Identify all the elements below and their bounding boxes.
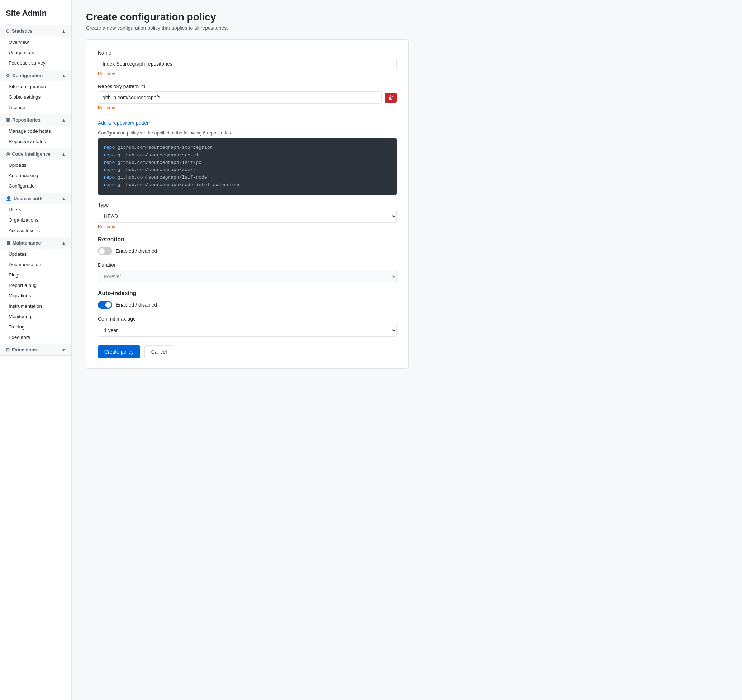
form-card: Name Required. Repository pattern #1 🗑 R… xyxy=(86,40,409,368)
sidebar-section-header-statistics[interactable]: ⊙ Statistics ▲ xyxy=(0,25,71,37)
auto-indexing-group: Auto-indexing Enabled / disabled xyxy=(98,290,397,309)
sidebar-section-header-configuration[interactable]: ⚙ Configuration ▲ xyxy=(0,69,71,81)
sidebar-item-updates[interactable]: Updates xyxy=(0,249,71,259)
retention-toggle[interactable] xyxy=(98,247,112,255)
retention-heading: Retention xyxy=(98,236,397,243)
sidebar-item-repository-status[interactable]: Repository status xyxy=(0,136,71,147)
sidebar-section-repositories: ▣ Repositories ▲ Manage code hosts Repos… xyxy=(0,114,71,147)
configuration-chevron-icon: ▲ xyxy=(62,74,66,78)
name-field-group: Name Required. xyxy=(98,50,397,77)
sidebar-item-overview[interactable]: Overview xyxy=(0,37,71,47)
page-title: Create configuration policy xyxy=(86,12,728,23)
create-policy-button[interactable]: Create policy xyxy=(98,345,140,358)
repo-keyword-6: repo: xyxy=(104,182,118,187)
maintenance-icon: 🖥 xyxy=(6,240,10,246)
auto-indexing-toggle-label: Enabled / disabled xyxy=(116,302,157,308)
repo-line-3: repo:github.com/sourcegraph/lsif-go xyxy=(104,159,391,167)
type-required-text: Required. xyxy=(98,224,397,229)
add-repository-pattern-link[interactable]: Add a repository pattern xyxy=(98,120,151,126)
sidebar-item-license[interactable]: License xyxy=(0,102,71,113)
duration-label: Duration xyxy=(98,262,397,268)
sidebar-item-executors[interactable]: Executors xyxy=(0,332,71,342)
extensions-icon: ⊞ xyxy=(6,347,10,352)
repos-code-block: repo:github.com/sourcegraph/sourcegraph … xyxy=(98,139,397,195)
sidebar-item-monitoring[interactable]: Monitoring xyxy=(0,311,71,322)
sidebar-item-auto-indexing[interactable]: Auto-indexing xyxy=(0,170,71,181)
cancel-button[interactable]: Cancel xyxy=(144,345,174,358)
sidebar-item-usage-stats[interactable]: Usage stats xyxy=(0,47,71,58)
page-subtitle: Create a new configuration policy that a… xyxy=(86,25,728,31)
code-intelligence-chevron-icon: ▲ xyxy=(62,152,66,156)
repo-line-5: repo:github.com/sourcegraph/lsif-node xyxy=(104,174,391,181)
extensions-chevron-icon: ▼ xyxy=(62,348,66,352)
action-buttons: Create policy Cancel xyxy=(98,345,397,358)
sidebar-item-report-a-bug[interactable]: Report a bug xyxy=(0,280,71,290)
sidebar-section-code-intelligence: ◎ Code intelligence ▲ Uploads Auto-index… xyxy=(0,148,71,191)
duration-field-group: Duration Forever 1 year 6 months 3 month… xyxy=(98,262,397,283)
statistics-icon: ⊙ xyxy=(6,28,10,34)
code-intelligence-icon: ◎ xyxy=(6,151,10,157)
commit-max-age-group: Commit max age 1 year 6 months 3 months … xyxy=(98,316,397,337)
duration-select[interactable]: Forever 1 year 6 months 3 months 1 month… xyxy=(98,270,397,283)
sidebar-section-header-extensions[interactable]: ⊞ Extensions ▼ xyxy=(0,344,71,356)
sidebar-item-configuration[interactable]: Configuration xyxy=(0,181,71,191)
auto-indexing-heading: Auto-indexing xyxy=(98,290,397,296)
repo-line-6: repo:github.com/sourcegraph/code-intel-e… xyxy=(104,181,391,189)
repo-line-2: repo:github.com/sourcegraph/src-cli xyxy=(104,152,391,159)
repo-keyword-4: repo: xyxy=(104,167,118,172)
main-content: Create configuration policy Create a new… xyxy=(72,0,742,700)
sidebar-section-header-code-intelligence[interactable]: ◎ Code intelligence ▲ xyxy=(0,148,71,160)
configuration-icon: ⚙ xyxy=(6,73,10,78)
repo-line-1: repo:github.com/sourcegraph/sourcegraph xyxy=(104,144,391,152)
statistics-label: Statistics xyxy=(12,28,32,34)
auto-indexing-toggle[interactable] xyxy=(98,301,112,309)
sidebar: Site Admin ⊙ Statistics ▲ Overview Usage… xyxy=(0,0,72,700)
repositories-icon: ▣ xyxy=(6,117,10,123)
retention-toggle-row: Enabled / disabled xyxy=(98,247,397,255)
sidebar-item-pings[interactable]: Pings xyxy=(0,270,71,280)
sidebar-section-users-auth: 👤 Users & auth ▲ Users Organizations Acc… xyxy=(0,193,71,236)
statistics-chevron-icon: ▲ xyxy=(62,29,66,33)
pattern-field-group: Repository pattern #1 🗑 Required. xyxy=(98,84,397,110)
repo-keyword-5: repo: xyxy=(104,175,118,180)
retention-toggle-label: Enabled / disabled xyxy=(116,248,157,254)
users-auth-chevron-icon: ▲ xyxy=(62,196,66,201)
commit-max-age-select[interactable]: 1 year 6 months 3 months 1 month 1 week … xyxy=(98,324,397,337)
trash-icon: 🗑 xyxy=(388,95,393,100)
extensions-label: Extensions xyxy=(12,347,37,352)
sidebar-item-feedback-survey[interactable]: Feedback survey xyxy=(0,58,71,68)
name-input[interactable] xyxy=(98,58,397,70)
delete-pattern-button[interactable]: 🗑 xyxy=(384,93,397,103)
auto-indexing-toggle-row: Enabled / disabled xyxy=(98,301,397,309)
sidebar-item-organizations[interactable]: Organizations xyxy=(0,215,71,225)
repo-keyword-3: repo: xyxy=(104,160,118,165)
name-label: Name xyxy=(98,50,397,56)
sidebar-item-migrations[interactable]: Migrations xyxy=(0,290,71,301)
sidebar-item-uploads[interactable]: Uploads xyxy=(0,160,71,170)
maintenance-label: Maintenance xyxy=(13,240,41,246)
code-intelligence-label: Code intelligence xyxy=(12,151,50,157)
retention-group: Retention Enabled / disabled xyxy=(98,236,397,255)
sidebar-section-header-users-auth[interactable]: 👤 Users & auth ▲ xyxy=(0,193,71,205)
sidebar-section-header-repositories[interactable]: ▣ Repositories ▲ xyxy=(0,114,71,126)
sidebar-item-instrumentation[interactable]: Instrumentation xyxy=(0,301,71,311)
name-required-text: Required. xyxy=(98,71,397,77)
sidebar-item-manage-code-hosts[interactable]: Manage code hosts xyxy=(0,126,71,136)
sidebar-section-header-maintenance[interactable]: 🖥 Maintenance ▲ xyxy=(0,237,71,249)
pattern-input[interactable] xyxy=(98,91,382,104)
sidebar-item-tracing[interactable]: Tracing xyxy=(0,322,71,332)
sidebar-item-access-tokens[interactable]: Access tokens xyxy=(0,225,71,236)
sidebar-item-documentation[interactable]: Documentation xyxy=(0,259,71,270)
sidebar-section-statistics: ⊙ Statistics ▲ Overview Usage stats Feed… xyxy=(0,25,71,68)
auto-indexing-toggle-slider xyxy=(98,301,112,309)
repo-keyword-1: repo: xyxy=(104,145,118,150)
sidebar-section-maintenance: 🖥 Maintenance ▲ Updates Documentation Pi… xyxy=(0,237,71,342)
sidebar-item-global-settings[interactable]: Global settings xyxy=(0,92,71,102)
sidebar-item-site-configuration[interactable]: Site configuration xyxy=(0,81,71,92)
type-select[interactable]: HEAD TAG COMMIT BRANCH xyxy=(98,210,397,223)
maintenance-chevron-icon: ▲ xyxy=(62,241,66,245)
repo-line-4: repo:github.com/sourcegraph/zoekt xyxy=(104,167,391,174)
app-title: Site Admin xyxy=(0,6,71,25)
pattern-label: Repository pattern #1 xyxy=(98,84,397,89)
sidebar-item-users[interactable]: Users xyxy=(0,205,71,215)
